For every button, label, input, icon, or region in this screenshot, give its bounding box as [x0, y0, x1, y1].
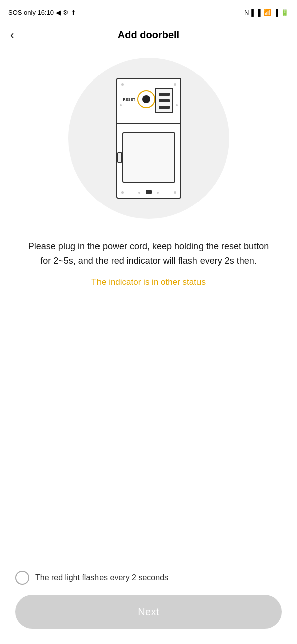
other-status-link[interactable]: The indicator is in other status — [91, 277, 206, 287]
location-icon: ◀ — [56, 9, 61, 16]
reset-button-area: RESET — [123, 90, 156, 108]
bottom-section: The red light flashes every 2 seconds Ne… — [0, 571, 297, 644]
radio-option-label: The red light flashes every 2 seconds — [35, 573, 168, 582]
battery-icon: 🔋 — [281, 9, 289, 16]
bottom-port — [146, 190, 152, 194]
connector-slot-3 — [159, 106, 170, 109]
device-casing: RESET — [116, 78, 181, 199]
camera-lens — [122, 132, 175, 183]
connector-slot-1 — [159, 93, 170, 96]
signal-icon: ▐ — [274, 9, 278, 16]
header: ‹ Add doorbell — [0, 22, 297, 48]
bottom-dot-left — [138, 192, 140, 194]
device-bottom-section — [117, 124, 180, 198]
status-right: N ▌▐ 📶 ▐ 🔋 — [244, 9, 289, 16]
status-text: SOS only 16:10 — [8, 9, 54, 16]
radio-option-red-flash[interactable]: The red light flashes every 2 seconds — [15, 571, 282, 585]
radio-button[interactable] — [15, 571, 29, 585]
back-button[interactable]: ‹ — [10, 30, 14, 41]
reset-dot — [142, 95, 150, 103]
settings-icon: ⚙ — [63, 9, 69, 16]
vibrate-icon: ▌▐ — [251, 9, 260, 16]
instruction-text: Please plug in the power cord, keep hold… — [28, 239, 269, 268]
nfc-icon: N — [244, 9, 249, 16]
connector-block — [155, 88, 173, 113]
device-top-section: RESET — [117, 79, 180, 124]
main-content: RESET — [0, 48, 297, 571]
status-bar: SOS only 16:10 ◀ ⚙ ⬆ N ▌▐ 📶 ▐ 🔋 — [0, 0, 297, 22]
bottom-dot-right — [157, 192, 159, 194]
side-dot-mr — [176, 104, 178, 106]
corner-dot-tl — [121, 83, 124, 86]
corner-dot-tr — [174, 83, 176, 86]
device-illustration: RESET — [68, 58, 229, 219]
corner-dot-br — [174, 191, 176, 194]
page-title: Add doorbell — [118, 29, 179, 41]
upload-icon: ⬆ — [71, 9, 76, 16]
connector-slot-2 — [159, 99, 170, 102]
wifi-icon: 📶 — [263, 9, 271, 16]
reset-label: RESET — [123, 98, 136, 101]
status-left: SOS only 16:10 ◀ ⚙ ⬆ — [8, 9, 76, 16]
side-dot-ml — [120, 104, 122, 106]
reset-highlight-circle — [137, 90, 155, 108]
corner-dot-bl — [121, 191, 124, 194]
side-latch — [117, 152, 122, 163]
next-button[interactable]: Next — [15, 595, 282, 629]
doorbell-device-graphic: RESET — [116, 78, 181, 199]
